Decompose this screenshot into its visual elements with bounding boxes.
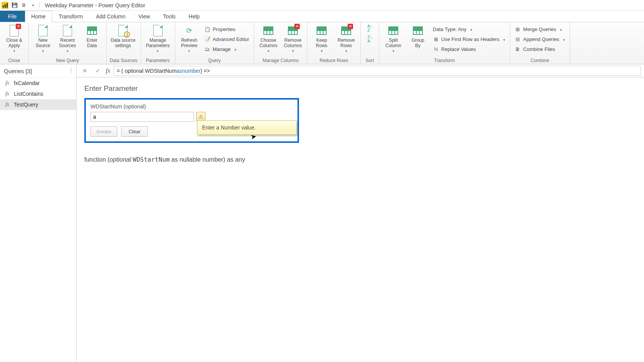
formula-keyword: number — [182, 68, 200, 74]
content-area: ✕ ✓ fx = ( optional WDStartNum as number… — [77, 64, 644, 362]
ribbon-group-query: ⟳ Refresh Preview 📋Properties 📝Advanced … — [175, 22, 254, 64]
warning-icon[interactable]: ⚠ — [196, 112, 205, 121]
ribbon-group-combine: ⊞Merge Queries ⊟Append Queries 🗎Combine … — [510, 22, 570, 64]
formula-bar: ✕ ✓ fx = ( optional WDStartNum as number… — [77, 64, 644, 77]
ribbon-group-parameters: Manage Parameters Parameters — [141, 22, 175, 64]
first-row-headers-button[interactable]: ⊞Use First Row as Headers — [431, 34, 507, 44]
fx-icon: fx — [4, 80, 11, 86]
merge-queries-button[interactable]: ⊞Merge Queries — [513, 25, 567, 34]
ribbon-group-managecols: Choose Columns ✕ Remove Columns Manage C… — [254, 22, 307, 64]
title-bar: 💾 🗎 ▾ Weekday Parameter - Power Query Ed… — [0, 0, 644, 11]
manage-button[interactable]: 🗂Manage — [203, 44, 251, 54]
queries-header: Queries [3] 〈 — [0, 64, 76, 78]
query-item-listcontains[interactable]: fx ListContains — [0, 88, 76, 99]
query-item-label: ListContains — [14, 91, 43, 97]
replace-values-button[interactable]: ½Replace Values — [431, 44, 507, 54]
query-item-fxcalendar[interactable]: fx fxCalendar — [0, 78, 76, 88]
group-label-reducerows: Reduce Rows — [310, 57, 357, 63]
remove-columns-button[interactable]: ✕ Remove Columns — [282, 24, 304, 53]
properties-button[interactable]: 📋Properties — [203, 25, 251, 34]
enter-data-button[interactable]: Enter Data — [81, 24, 103, 49]
parameter-box: WDStartNum (optional) ⚠ Enter a Number v… — [84, 98, 299, 143]
advanced-editor-button[interactable]: 📝Advanced Editor — [203, 34, 251, 44]
ribbon-group-reducerows: Keep Rows ✕ Remove Rows Reduce Rows — [307, 22, 361, 64]
ribbon-group-newquery: New Source Recent Sources Enter Data New… — [29, 22, 107, 64]
formula-input[interactable]: = ( optional WDStartNum as number ) => — [113, 66, 641, 76]
parameter-label: WDStartNum (optional) — [90, 103, 293, 110]
collapse-sidebar-icon[interactable]: 〈 — [67, 67, 72, 74]
ribbon-group-transform: Split Column Group By Data Type: Any ⊞Us… — [379, 22, 510, 64]
formula-keyword: as — [177, 68, 182, 74]
recent-sources-button[interactable]: Recent Sources — [56, 24, 79, 53]
tab-view[interactable]: View — [132, 11, 156, 22]
group-label-close: Close — [3, 57, 25, 63]
refresh-preview-button[interactable]: ⟳ Refresh Preview — [178, 24, 200, 53]
ribbon-tabs: File Home Transform Add Column View Tool… — [0, 11, 644, 22]
tab-add-column[interactable]: Add Column — [89, 11, 132, 22]
group-label-datasources: Data Sources — [110, 57, 138, 63]
ribbon-group-close: ✕ Close & Apply Close — [0, 22, 29, 64]
ribbon-group-datasources: Data source settings Data Sources — [107, 22, 141, 64]
group-label-managecols: Manage Columns — [257, 57, 304, 63]
data-source-settings-button[interactable]: Data source settings — [110, 24, 136, 49]
fx-icon: fx — [4, 102, 11, 108]
append-queries-button[interactable]: ⊟Append Queries — [513, 34, 567, 44]
separator — [39, 2, 39, 8]
app-icon — [2, 2, 8, 9]
window-title: Weekday Parameter - Power Query Editor — [45, 2, 145, 8]
clear-button[interactable]: Clear — [121, 126, 148, 137]
query-item-testquery[interactable]: fx TestQuery — [0, 99, 76, 110]
group-label-combine: Combine — [513, 57, 567, 63]
group-by-button[interactable]: Group By — [407, 24, 429, 49]
group-label-newquery: New Query — [32, 57, 103, 63]
split-column-button[interactable]: Split Column — [382, 24, 404, 53]
qat-dropdown-icon[interactable]: ▾ — [29, 1, 37, 10]
main-area: Queries [3] 〈 fx fxCalendar fx ListConta… — [0, 64, 644, 362]
canvas: Enter Parameter WDStartNum (optional) ⚠ … — [77, 77, 644, 362]
combine-files-button[interactable]: 🗎Combine Files — [513, 44, 567, 54]
ribbon: ✕ Close & Apply Close New Source Recent … — [0, 22, 644, 64]
choose-columns-button[interactable]: Choose Columns — [257, 24, 279, 53]
formula-text: ) => — [200, 68, 210, 74]
close-apply-button[interactable]: ✕ Close & Apply — [3, 24, 25, 53]
sort-desc-button[interactable]: Z↓A — [364, 34, 376, 44]
remove-rows-button[interactable]: ✕ Remove Rows — [335, 24, 357, 53]
tab-transform[interactable]: Transform — [52, 11, 89, 22]
query-item-label: fxCalendar — [14, 80, 40, 86]
group-label-sort: Sort — [364, 57, 376, 63]
tab-file[interactable]: File — [0, 11, 25, 22]
enter-parameter-title: Enter Parameter — [84, 84, 636, 93]
sort-asc-button[interactable]: A↓Z — [364, 24, 376, 33]
queries-header-label: Queries [3] — [4, 68, 32, 74]
data-type-button[interactable]: Data Type: Any — [431, 25, 507, 34]
group-label-transform: Transform — [382, 57, 507, 63]
fx-label-icon: fx — [106, 67, 110, 74]
ribbon-group-sort: A↓Z Z↓A Sort — [361, 22, 379, 64]
tab-home[interactable]: Home — [25, 11, 52, 22]
keep-rows-button[interactable]: Keep Rows — [310, 24, 333, 53]
fx-icon: fx — [4, 91, 11, 97]
queries-sidebar: Queries [3] 〈 fx fxCalendar fx ListConta… — [0, 64, 77, 362]
cancel-formula-icon[interactable]: ✕ — [80, 66, 90, 76]
tab-help[interactable]: Help — [182, 11, 206, 22]
formula-text: = ( optional WDStartNum — [117, 68, 177, 74]
query-item-label: TestQuery — [14, 102, 38, 108]
parameter-input[interactable] — [90, 112, 194, 122]
undo-icon[interactable]: 🗎 — [20, 1, 28, 10]
tab-tools[interactable]: Tools — [156, 11, 182, 22]
group-label-query: Query — [178, 57, 251, 63]
group-label-parameters: Parameters — [144, 57, 172, 63]
invoke-button[interactable]: Invoke — [90, 126, 117, 137]
manage-parameters-button[interactable]: Manage Parameters — [144, 24, 172, 53]
close-apply-label: Close & Apply — [6, 38, 22, 49]
commit-formula-icon[interactable]: ✓ — [93, 66, 103, 76]
validation-tooltip: Enter a Number value. — [197, 120, 297, 135]
function-signature: function (optional WDStartNum as nullabl… — [84, 156, 636, 163]
save-icon[interactable]: 💾 — [10, 1, 19, 10]
new-source-button[interactable]: New Source — [32, 24, 54, 53]
